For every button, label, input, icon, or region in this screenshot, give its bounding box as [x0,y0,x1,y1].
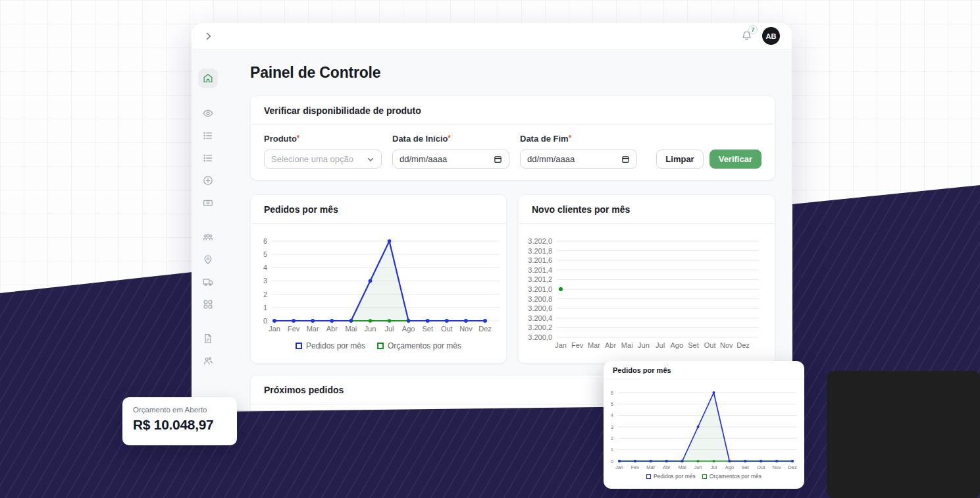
svg-text:Mar: Mar [646,464,655,470]
legend-item: Orçamentos por mês [377,341,461,350]
map-pin-icon [202,254,214,265]
list-icon [202,152,214,164]
svg-text:Dez: Dez [736,341,750,349]
sidebar-toggle-button[interactable] [203,31,214,42]
sidebar [192,49,224,410]
svg-text:Jul: Jul [385,325,394,333]
svg-text:3.201,0: 3.201,0 [528,285,552,293]
avatar[interactable]: AB [762,27,780,45]
svg-text:6: 6 [263,237,267,245]
svg-text:3.200,6: 3.200,6 [528,304,552,312]
clients-chart-card: Novo clientes por mês 3.202,03.201,83.20… [518,194,775,364]
svg-text:Jul: Jul [711,464,717,470]
chevron-down-icon [367,155,374,163]
svg-text:Mar: Mar [307,325,319,333]
home-icon [202,72,214,84]
sidebar-item-list-2[interactable] [202,152,214,164]
svg-text:Jan: Jan [269,325,280,333]
svg-text:Jun: Jun [638,341,650,349]
svg-text:Jan: Jan [615,464,623,470]
svg-text:Jun: Jun [365,325,376,333]
svg-text:2: 2 [263,290,267,298]
svg-text:Nov: Nov [720,341,733,349]
svg-text:4: 4 [263,263,267,271]
sidebar-item-deliveries[interactable] [202,276,214,288]
svg-text:Out: Out [757,464,765,470]
svg-text:Fev: Fev [288,325,300,333]
mini-chart-title: Pedidos por mês [604,361,804,379]
budget-value: R$ 10.048,97 [133,417,226,433]
svg-text:3.200,2: 3.200,2 [528,323,552,331]
svg-text:Mai: Mai [679,464,686,470]
budget-card: Orçamento em Aberto R$ 10.048,97 [122,397,237,445]
svg-text:Dez: Dez [478,325,492,333]
svg-text:5: 5 [611,401,613,407]
start-date-placeholder: dd/mm/aaaa [400,154,447,164]
sidebar-item-payments[interactable] [202,197,214,209]
svg-text:4: 4 [611,412,613,418]
svg-text:Jun: Jun [694,464,702,470]
sidebar-item-eye[interactable] [202,107,214,119]
sidebar-item-documents[interactable] [202,333,214,345]
sidebar-item-locations[interactable] [202,254,214,265]
start-date-input[interactable]: dd/mm/aaaa [392,150,509,169]
clients-chart-title: Novo clientes por mês [519,195,775,224]
sidebar-item-home[interactable] [198,69,218,88]
legend-swatch [296,343,302,349]
product-select-placeholder: Selecione uma opção [271,154,353,164]
svg-text:0: 0 [611,458,613,464]
product-label: Produto* [264,134,382,144]
svg-text:Set: Set [422,325,433,333]
orders-chart-plot: 6543210JanFevMarAbrMaiJunJulAgoSetOutNov… [251,224,506,336]
svg-text:Set: Set [742,464,750,470]
mini-chart: 6543210JanFevMarAbrMaiJunJulAgoSetOutNov… [604,379,804,480]
grid-icon [202,298,214,310]
svg-text:3.202,0: 3.202,0 [528,237,552,245]
svg-text:0: 0 [263,317,267,325]
clear-button[interactable]: Limpar [656,150,703,169]
orders-chart-card: Pedidos por mês 6543210JanFevMarAbrMaiJu… [250,194,507,364]
svg-text:3: 3 [263,277,267,285]
mini-chart-card: Pedidos por mês 6543210JanFevMarAbrMaiJu… [604,361,804,489]
sidebar-item-users[interactable] [202,355,214,367]
svg-text:Mai: Mai [345,325,357,333]
product-select[interactable]: Selecione uma opção [264,150,382,169]
required-marker: * [297,134,299,142]
svg-text:Jul: Jul [656,341,665,349]
legend-swatch [377,343,384,349]
plus-circle-icon [202,175,214,186]
orders-chart: 6543210JanFevMarAbrMaiJunJulAgoSetOutNov… [251,224,506,350]
svg-text:Abr: Abr [605,341,616,349]
svg-text:Nov: Nov [459,325,473,333]
video-placeholder [827,371,980,498]
legend-swatch [646,474,651,479]
sidebar-item-customers[interactable] [202,231,214,243]
svg-text:3.201,8: 3.201,8 [528,247,552,255]
users-group-icon [202,231,214,243]
mini-chart-plot: 6543210JanFevMarAbrMaiJunJulAgoSetOutNov… [604,379,804,472]
sidebar-item-categories[interactable] [202,298,214,310]
svg-text:3.201,4: 3.201,4 [528,266,552,274]
sidebar-item-list-1[interactable] [202,130,214,142]
svg-text:Set: Set [688,341,699,349]
verify-button[interactable]: Verificar [709,150,761,169]
eye-icon [202,107,214,119]
orders-chart-title: Pedidos por mês [251,195,506,224]
svg-text:Jan: Jan [555,341,567,349]
svg-text:3.201,2: 3.201,2 [528,275,552,283]
calendar-icon [494,155,502,163]
file-icon [202,333,214,345]
clients-chart: 3.202,03.201,83.201,63.201,43.201,23.201… [519,224,775,356]
legend-swatch [702,474,707,479]
svg-text:1: 1 [263,304,267,312]
topbar: 7 AB [192,23,792,49]
app-window: 7 AB [192,23,792,410]
start-date-field: Data de Início* dd/mm/aaaa [392,134,509,169]
svg-text:3.201,6: 3.201,6 [528,256,552,264]
end-date-field: Data de Fim* dd/mm/aaaa [520,134,637,169]
end-date-label: Data de Fim* [520,134,637,144]
start-date-label: Data de Início* [392,134,509,144]
end-date-input[interactable]: dd/mm/aaaa [520,150,637,169]
svg-text:Ago: Ago [725,464,734,470]
sidebar-item-add[interactable] [202,175,214,186]
